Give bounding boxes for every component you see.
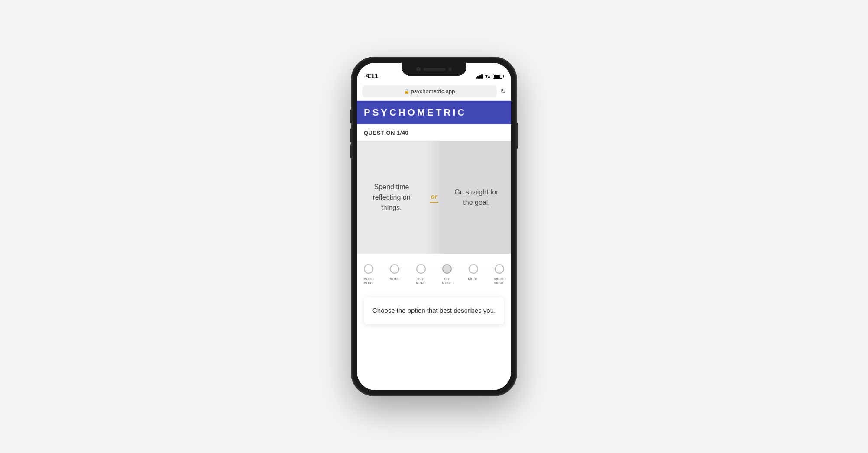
phone-screen: 4:11 ▾▴ <box>357 63 511 390</box>
scale-label-3: BITMORE <box>416 277 426 285</box>
option-right[interactable]: Go straight for the goal. <box>442 141 511 254</box>
question-header: QUESTION 1/40 <box>357 124 511 141</box>
notch-speaker <box>423 68 446 71</box>
instruction-text: Choose the option that best describes yo… <box>372 307 496 314</box>
scale-label-5-text: MORE <box>468 277 479 281</box>
option-left[interactable]: Spend time reflecting on things. <box>357 141 426 254</box>
lock-icon: 🔒 <box>404 89 409 94</box>
question-label: QUESTION 1/40 <box>364 129 408 136</box>
scale-dot-1[interactable] <box>364 264 373 274</box>
notch-dot <box>448 68 452 71</box>
notch-camera <box>416 67 421 71</box>
scale-dot-3[interactable] <box>416 264 426 274</box>
battery-icon <box>493 74 502 79</box>
app-header: PSYCHOMETRIC <box>357 101 511 124</box>
scale-label-2: MORE <box>390 277 399 285</box>
scale-label-4: BITMORE <box>442 277 452 285</box>
scale-label-5: MORE <box>469 277 478 285</box>
status-time: 4:11 <box>366 72 378 79</box>
scale-label-6-text: MUCHMORE <box>494 277 505 285</box>
scale-label-1: MUCHMORE <box>364 277 373 285</box>
or-text: or <box>431 193 437 200</box>
app-content: PSYCHOMETRIC QUESTION 1/40 Spend time re… <box>357 101 511 390</box>
option-left-text: Spend time reflecting on things. <box>364 182 419 213</box>
browser-bar: 🔒 psychometric.app ↻ <box>357 82 511 101</box>
signal-icon <box>476 74 483 79</box>
status-icons: ▾▴ <box>476 73 503 79</box>
scale-dot-6[interactable] <box>495 264 504 274</box>
scale-section: MUCHMORE MORE BITMORE BITMORE MORE <box>357 254 511 292</box>
scale-label-6: MUCHMORE <box>495 277 504 285</box>
phone-body: 4:11 ▾▴ <box>352 58 516 395</box>
scale-track <box>364 264 504 274</box>
instruction-box: Choose the option that best describes yo… <box>364 297 504 324</box>
option-right-text: Go straight for the goal. <box>449 187 504 208</box>
scale-label-4-text: BITMORE <box>442 277 452 285</box>
question-area: Spend time reflecting on things. or Go s… <box>357 141 511 254</box>
phone-frame: 4:11 ▾▴ <box>352 58 516 395</box>
scale-dot-4[interactable] <box>442 264 452 274</box>
scale-labels: MUCHMORE MORE BITMORE BITMORE MORE <box>364 277 504 285</box>
scale-label-2-text: MORE <box>390 277 400 281</box>
wifi-icon: ▾▴ <box>485 73 490 79</box>
scale-label-3-text: BITMORE <box>416 277 426 285</box>
url-text: psychometric.app <box>411 88 455 94</box>
or-divider: or <box>426 141 442 254</box>
scale-label-1-text: MUCHMORE <box>363 277 374 285</box>
scale-line <box>369 269 499 269</box>
phone-notch <box>402 63 466 76</box>
scale-dot-5[interactable] <box>469 264 478 274</box>
url-bar[interactable]: 🔒 psychometric.app <box>362 85 497 97</box>
scale-dot-2[interactable] <box>390 264 399 274</box>
reload-icon[interactable]: ↻ <box>500 87 506 95</box>
or-line <box>430 202 438 203</box>
app-title: PSYCHOMETRIC <box>364 107 466 118</box>
